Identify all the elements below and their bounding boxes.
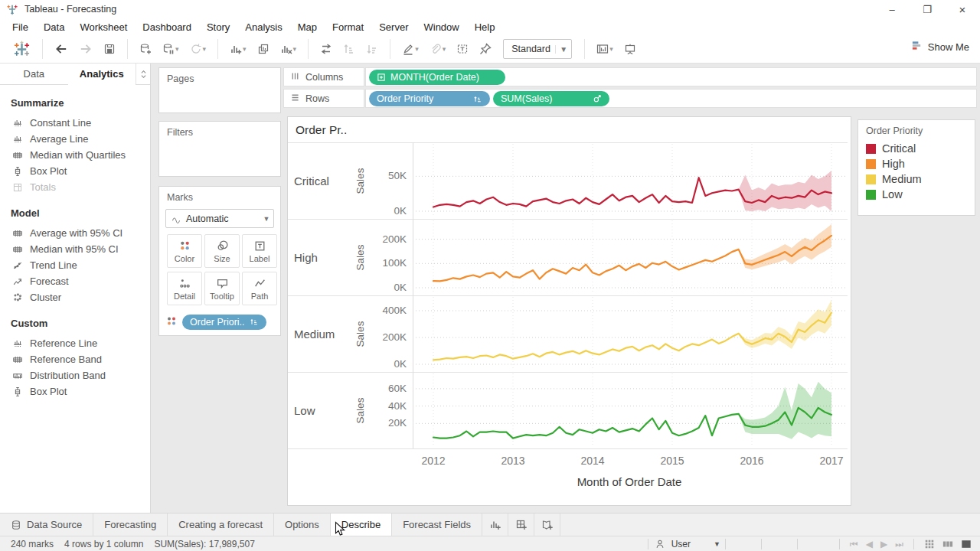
- pause-updates-button[interactable]: ▾: [158, 38, 183, 60]
- analytics-item-trend-line[interactable]: Trend Line: [0, 257, 150, 273]
- analytics-item-forecast[interactable]: Forecast: [0, 273, 150, 289]
- analytics-item-average-line[interactable]: Average Line: [0, 131, 150, 147]
- analytics-item-reference-line[interactable]: Reference Line: [0, 335, 150, 351]
- menu-data[interactable]: Data: [36, 20, 72, 34]
- analytics-item-box-plot[interactable]: Box Plot: [0, 163, 150, 179]
- user-filter[interactable]: User: [671, 539, 691, 549]
- columns-shelf-label: Columns: [283, 67, 364, 86]
- row-header-critical[interactable]: Critical: [294, 142, 329, 219]
- tooltip-button[interactable]: Tooltip: [204, 272, 240, 305]
- menu-window[interactable]: Window: [416, 20, 466, 34]
- row-header-low[interactable]: Low: [294, 372, 315, 448]
- fit-dropdown[interactable]: Standard▼: [503, 39, 572, 59]
- analytics-item-average-with-95-ci[interactable]: Average with 95% CI: [0, 225, 150, 241]
- minimize-button[interactable]: –: [874, 0, 910, 18]
- mark-type-dropdown[interactable]: Automatic ▼: [165, 209, 274, 228]
- menu-map[interactable]: Map: [290, 20, 325, 34]
- sheet-tab-options[interactable]: Options: [274, 514, 331, 536]
- sheet-tab-forecasting[interactable]: Forecasting: [93, 514, 168, 536]
- legend-item-medium[interactable]: Medium: [858, 171, 975, 187]
- sheet-tab-data-source[interactable]: Data Source: [0, 514, 93, 536]
- new-ws-tab-button[interactable]: [482, 514, 508, 536]
- plot-high[interactable]: [413, 219, 846, 295]
- pages-shelf[interactable]: Pages: [158, 67, 281, 113]
- menu-worksheet[interactable]: Worksheet: [72, 20, 135, 34]
- close-button[interactable]: ×: [945, 0, 980, 18]
- legend-item-low[interactable]: Low: [858, 187, 975, 202]
- menu-help[interactable]: Help: [467, 20, 503, 34]
- filters-shelf[interactable]: Filters: [158, 121, 281, 177]
- add-data-source-button[interactable]: [136, 38, 155, 60]
- menu-dashboard[interactable]: Dashboard: [135, 20, 199, 34]
- menu-story[interactable]: Story: [199, 20, 237, 34]
- legend-item-high[interactable]: High: [858, 156, 975, 171]
- analytics-item-distribution-band[interactable]: Distribution Band: [0, 367, 150, 383]
- presentation-button[interactable]: [620, 38, 640, 60]
- pill-order-priority[interactable]: Order Priority: [369, 91, 490, 106]
- analytics-item-constant-line[interactable]: Constant Line: [0, 115, 150, 131]
- text-label-button[interactable]: [452, 38, 472, 60]
- duplicate-sheet-button[interactable]: [253, 38, 273, 60]
- analytics-item-median-with-95-ci[interactable]: Median with 95% CI: [0, 241, 150, 257]
- clear-sheet-button[interactable]: ▾: [276, 38, 301, 60]
- tableau-logo-button[interactable]: [9, 38, 34, 60]
- tableau-logo-icon: [6, 3, 18, 15]
- columns-shelf[interactable]: MONTH(Order Date): [365, 67, 977, 86]
- legend-item-critical[interactable]: Critical: [858, 141, 975, 156]
- show-cards-button[interactable]: ▾: [593, 38, 617, 60]
- marks-pill-order-priority[interactable]: Order Priori..: [182, 315, 266, 330]
- new-dashboard-tab-button[interactable]: [508, 514, 534, 536]
- nav-prev-icon[interactable]: ◀: [866, 539, 873, 549]
- pill-sum-sales-[interactable]: SUM(Sales): [493, 91, 609, 106]
- show-me-button[interactable]: Show Me: [911, 40, 969, 54]
- x-axis-title[interactable]: Month of Order Date: [413, 475, 846, 488]
- plot-medium[interactable]: [413, 295, 846, 372]
- analytics-item-median-with-quartiles[interactable]: Median with Quartiles: [0, 147, 150, 163]
- path-button[interactable]: Path: [242, 272, 277, 305]
- sheet-tab-creating-a-forecast[interactable]: Creating a forecast: [168, 514, 274, 536]
- row-header-medium[interactable]: Medium: [294, 295, 335, 372]
- pause-updates-icon: [162, 43, 175, 55]
- fullscreen-view-icon[interactable]: [961, 539, 972, 549]
- swap-axes-button[interactable]: [316, 38, 336, 60]
- y-tick-label: 400K: [367, 305, 407, 316]
- plot-critical[interactable]: [413, 142, 846, 219]
- user-chevron-icon[interactable]: ▼: [714, 540, 720, 548]
- menu-format[interactable]: Format: [325, 20, 371, 34]
- restore-button[interactable]: ❐: [910, 0, 945, 18]
- totals-icon: [12, 182, 23, 193]
- analytics-item-reference-band[interactable]: Reference Band: [0, 351, 150, 367]
- pane-tab-analytics[interactable]: Analytics: [68, 64, 136, 85]
- cluster-icon: [12, 292, 23, 303]
- menu-server[interactable]: Server: [371, 20, 416, 34]
- row-header-high[interactable]: High: [294, 219, 318, 295]
- detail-button[interactable]: Detail: [167, 272, 202, 305]
- chart-area[interactable]: CriticalSales50K0KHighSales200K100K0KMed…: [288, 117, 848, 505]
- menu-analysis[interactable]: Analysis: [237, 20, 289, 34]
- label-button[interactable]: Label: [242, 234, 277, 268]
- plot-low[interactable]: [413, 372, 846, 448]
- analytics-item-box-plot[interactable]: Box Plot: [0, 383, 150, 399]
- size-button[interactable]: Size: [204, 234, 240, 268]
- pin-button[interactable]: [475, 38, 495, 60]
- rows-shelf[interactable]: Order PrioritySUM(Sales): [365, 89, 977, 108]
- save-button[interactable]: [100, 38, 119, 60]
- grid-view-icon[interactable]: [924, 539, 935, 549]
- analytics-item-cluster[interactable]: Cluster: [0, 289, 150, 305]
- nav-last-icon[interactable]: ⏭: [895, 539, 903, 549]
- y-tick-label: 100K: [367, 257, 407, 269]
- menu-file[interactable]: File: [5, 20, 36, 34]
- pane-tab-data[interactable]: Data: [0, 64, 68, 84]
- pill-month-order-date-[interactable]: MONTH(Order Date): [369, 70, 505, 85]
- nav-first-icon[interactable]: ⏮: [850, 539, 858, 549]
- nav-next-icon[interactable]: ▶: [880, 539, 887, 549]
- sheet-tab-forecast-fields[interactable]: Forecast Fields: [392, 514, 482, 536]
- highlight-button[interactable]: ▾: [398, 38, 423, 60]
- new-worksheet-button[interactable]: ▾: [226, 38, 250, 60]
- new-story-tab-button[interactable]: [534, 514, 560, 536]
- color-button[interactable]: Color: [167, 234, 202, 268]
- pane-expander[interactable]: [136, 64, 150, 84]
- filmstrip-view-icon[interactable]: [942, 539, 953, 549]
- marks-card: Marks Automatic ▼ ColorSizeLabelDetailTo…: [158, 186, 281, 336]
- arrow-left-button[interactable]: [51, 38, 72, 60]
